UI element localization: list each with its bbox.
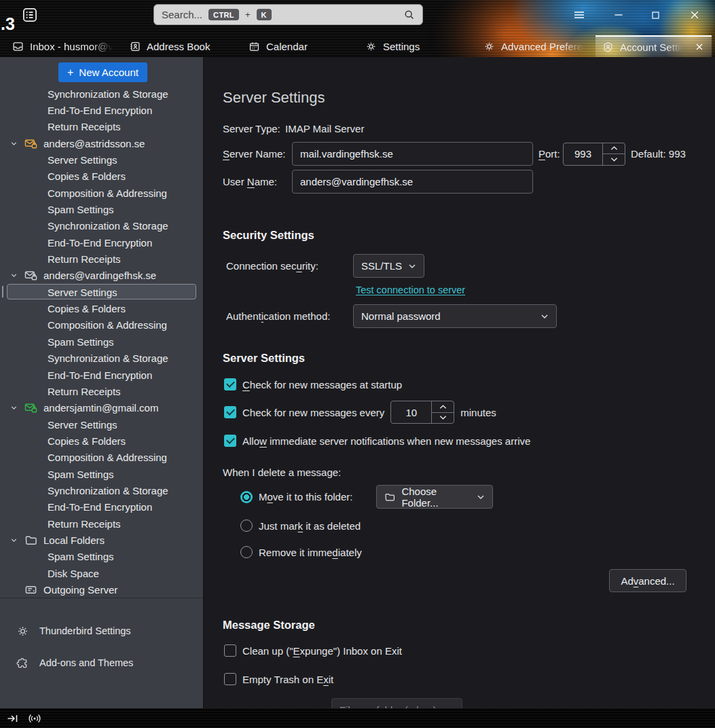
- tree-item[interactable]: Spam Settings: [0, 549, 203, 565]
- account-row[interactable]: anders@vardingefhsk.se: [0, 268, 203, 284]
- tree-item-label: Composition & Addressing: [48, 319, 167, 331]
- connection-security-row: Connection security: SSL/TLS: [226, 254, 424, 278]
- maximize-icon[interactable]: [645, 7, 665, 23]
- auth-method-row: Authentication method: Normal password: [226, 304, 557, 328]
- chevron-down-icon: [10, 536, 18, 545]
- close-tab-icon[interactable]: [694, 41, 705, 52]
- radio-mark-deleted[interactable]: [240, 520, 253, 532]
- auth-method-dropdown[interactable]: Normal password: [353, 304, 557, 328]
- spinner-down-icon[interactable]: [432, 413, 454, 424]
- tree-item[interactable]: Spam Settings: [0, 201, 203, 217]
- check-startup-row: Check for new messages at startup: [224, 377, 402, 392]
- spaces-toolbar-icon[interactable]: [21, 6, 39, 24]
- spinner-up-icon[interactable]: [603, 143, 625, 155]
- tree-item-label: Server Settings: [48, 154, 117, 166]
- chevron-down-icon: [408, 262, 416, 270]
- connection-security-dropdown[interactable]: SSL/TLS: [353, 254, 424, 278]
- tree-item[interactable]: Return Receipts: [0, 515, 203, 532]
- tree-item[interactable]: Copies & Folders: [0, 433, 203, 449]
- tree-item[interactable]: Server Settings: [0, 416, 203, 433]
- tree-item-label: End-To-End Encryption: [48, 105, 152, 116]
- port-spinner[interactable]: 993: [563, 143, 625, 166]
- spinner-down-icon[interactable]: [603, 154, 625, 165]
- tree-item[interactable]: Return Receipts: [0, 383, 203, 399]
- tab-advanced-preferences[interactable]: Advanced Preferen: [483, 35, 587, 57]
- checkbox-check-startup[interactable]: [224, 378, 236, 390]
- collapse-sidebar-icon[interactable]: [6, 712, 20, 725]
- close-icon[interactable]: [684, 7, 705, 23]
- radio-remove-immediately[interactable]: [240, 546, 253, 558]
- account-label: Outgoing Server: [43, 584, 117, 596]
- sidebar-item-thunderbird-settings[interactable]: Thunderbird Settings: [0, 622, 203, 640]
- account-settings-sidebar: + New Account Synchronization & StorageE…: [0, 57, 203, 708]
- search-input[interactable]: Search... CTRL + K: [153, 4, 423, 25]
- account-label: Local Folders: [43, 534, 105, 546]
- sidebar-item-addons-themes[interactable]: Add-ons and Themes: [0, 654, 203, 672]
- checkbox-allow-notifications[interactable]: [224, 435, 236, 447]
- tree-item[interactable]: Copies & Folders: [0, 168, 203, 185]
- tab-address-book[interactable]: Address Book: [129, 35, 219, 57]
- tree-item[interactable]: Spam Settings: [0, 333, 203, 350]
- tree-item[interactable]: Spam Settings: [0, 466, 203, 482]
- tree-item[interactable]: End-To-End Encryption: [0, 102, 203, 118]
- checkbox-empty-trash[interactable]: [224, 673, 236, 685]
- tree-item[interactable]: Synchronization & Storage: [0, 86, 203, 102]
- tree-item[interactable]: Composition & Addressing: [0, 185, 203, 201]
- tree-item[interactable]: Server Settings: [0, 284, 203, 300]
- new-account-button[interactable]: + New Account: [58, 62, 147, 82]
- account-row[interactable]: Local Folders: [0, 532, 203, 548]
- tree-item[interactable]: Return Receipts: [0, 251, 203, 267]
- spinner-up-icon[interactable]: [432, 401, 454, 413]
- tab-account-settings[interactable]: Account Settin: [595, 35, 712, 57]
- checkbox-expunge[interactable]: [224, 644, 236, 657]
- hamburger-menu-icon[interactable]: [569, 7, 589, 23]
- tree-item[interactable]: Composition & Addressing: [0, 317, 203, 333]
- tree-item-label: Synchronization & Storage: [48, 485, 168, 496]
- tree-item-label: Spam Settings: [48, 469, 114, 480]
- tree-item[interactable]: Server Settings: [0, 151, 203, 168]
- radio-tower-icon[interactable]: [28, 712, 41, 725]
- test-connection-link[interactable]: Test connection to server: [356, 285, 465, 295]
- tree-item[interactable]: Synchronization & Storage: [0, 218, 203, 234]
- tree-item[interactable]: End-To-End Encryption: [0, 367, 203, 383]
- store-type-dropdown[interactable]: File per folder (mbox): [331, 698, 462, 709]
- tab-inbox[interactable]: Inbox - husmor@va: [12, 35, 115, 57]
- tree-item-label: Disk Space: [48, 568, 99, 579]
- account-row[interactable]: Outgoing Server: [0, 581, 203, 598]
- tree-item[interactable]: End-To-End Encryption: [0, 234, 203, 251]
- check-every-label: Check for new messages every: [242, 407, 384, 418]
- tree-item-label: Spam Settings: [48, 336, 114, 348]
- tab-bar: Inbox - husmor@va Address Book: [0, 35, 715, 57]
- minimize-icon[interactable]: [608, 7, 629, 23]
- advanced-button[interactable]: Advanced...: [609, 569, 686, 592]
- radio-move-to-folder[interactable]: [240, 491, 253, 503]
- tree-item-label: Synchronization & Storage: [48, 88, 168, 100]
- account-label: anders@vardingefhsk.se: [43, 270, 156, 281]
- tree-item[interactable]: End-To-End Encryption: [0, 499, 203, 515]
- plus-icon: +: [67, 67, 73, 78]
- tree-item[interactable]: Synchronization & Storage: [0, 350, 203, 367]
- mail-lock-icon: [24, 137, 37, 150]
- tree-item[interactable]: Composition & Addressing: [0, 450, 203, 466]
- tree-item[interactable]: Return Receipts: [0, 119, 203, 135]
- minutes-spinner[interactable]: 10: [390, 401, 454, 424]
- tab-calendar[interactable]: Calendar: [249, 35, 318, 57]
- empty-trash-label: Empty Trash on Exit: [242, 674, 333, 685]
- tree-item[interactable]: Disk Space: [0, 565, 203, 581]
- tab-settings[interactable]: Settings: [365, 35, 432, 57]
- choose-folder-dropdown[interactable]: Choose Folder...: [376, 485, 493, 509]
- user-name-input[interactable]: anders@vardingefhsk.se: [292, 170, 533, 194]
- checkbox-check-every[interactable]: [224, 406, 236, 418]
- auth-method-label: Authentication method:: [226, 310, 353, 322]
- tree-item[interactable]: Copies & Folders: [0, 300, 203, 316]
- account-label: andersjamtin@gmail.com: [43, 402, 158, 414]
- account-row[interactable]: anders@astridsson.se: [0, 135, 203, 151]
- store-type-row: Message Store Type: File per folder (mbo…: [223, 698, 462, 708]
- tree-item[interactable]: Synchronization & Storage: [0, 482, 203, 498]
- port-label: Port:: [538, 148, 563, 160]
- tree-item-label: Server Settings: [48, 287, 117, 298]
- server-name-input[interactable]: mail.vardingefhsk.se: [292, 142, 533, 166]
- security-settings-heading: Security Settings: [223, 229, 314, 242]
- mark-deleted-label: Just mark it as deleted: [259, 520, 361, 532]
- account-row[interactable]: andersjamtin@gmail.com: [0, 400, 203, 416]
